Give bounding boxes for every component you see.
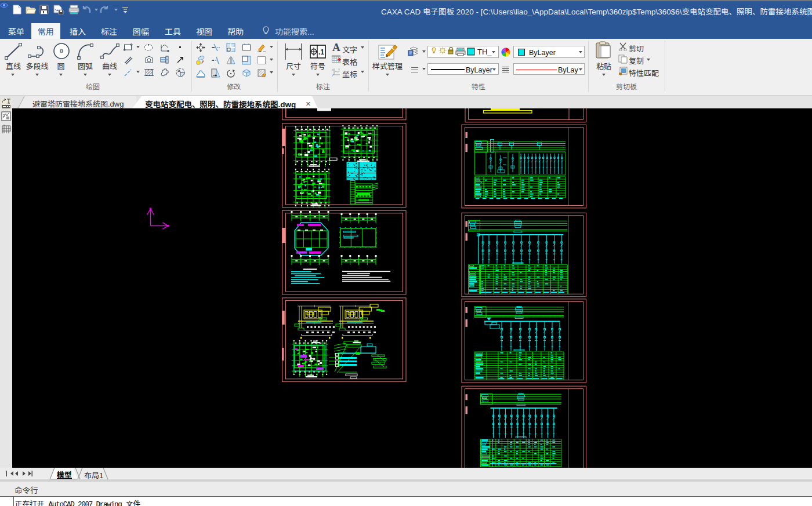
- svg-text:.1: .1: [318, 48, 324, 56]
- svg-text:y: y: [332, 73, 334, 77]
- svg-text:A: A: [177, 68, 181, 74]
- svg-text:x: x: [338, 67, 340, 71]
- svg-text:x: x: [332, 68, 334, 71]
- svg-text:TH_: TH_: [477, 48, 492, 56]
